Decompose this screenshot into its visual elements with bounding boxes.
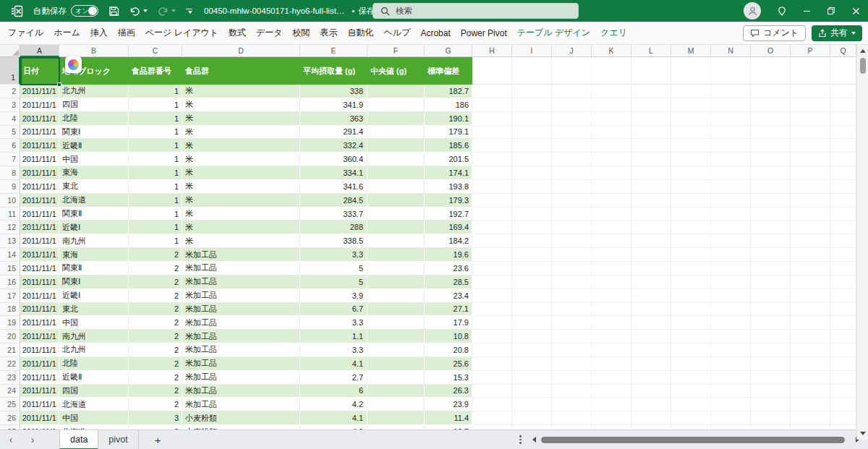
cell-P22[interactable] [791, 357, 830, 371]
cell-I23[interactable] [512, 371, 552, 385]
cell-C19[interactable]: 2 [129, 316, 182, 330]
cell-A11[interactable]: 2011/11/1 [20, 208, 59, 221]
cell-E11[interactable]: 333.7 [300, 208, 367, 221]
minimize-button[interactable] [794, 0, 819, 22]
cell-I18[interactable] [512, 303, 552, 317]
cell-E13[interactable]: 338.5 [300, 234, 367, 248]
cell-B7[interactable]: 中国 [59, 153, 129, 166]
cell-G5[interactable]: 179.1 [425, 126, 472, 140]
cell-N26[interactable] [711, 411, 751, 425]
cell-H2[interactable] [472, 85, 512, 98]
cell-I16[interactable] [512, 275, 552, 289]
cell-Q19[interactable] [830, 316, 856, 330]
cell-E16[interactable]: 5 [300, 275, 367, 289]
cell-G2[interactable]: 182.7 [425, 85, 472, 98]
cell-L12[interactable] [631, 221, 671, 234]
cell-D16[interactable]: 米加工品 [182, 275, 300, 289]
ribbon-tab-10[interactable]: ヘルプ [379, 22, 416, 45]
cell-I7[interactable] [512, 153, 552, 166]
cell-C13[interactable]: 1 [129, 234, 182, 248]
cell-D23[interactable]: 米加工品 [182, 371, 300, 385]
cell-C16[interactable]: 2 [129, 275, 182, 289]
cell-C25[interactable]: 2 [129, 398, 182, 411]
cell-B26[interactable]: 中国 [59, 411, 129, 425]
cell-H14[interactable] [472, 248, 512, 262]
cell-H20[interactable] [472, 330, 512, 343]
cell-M2[interactable] [671, 85, 711, 98]
cell-M15[interactable] [671, 262, 711, 275]
cell-P2[interactable] [791, 85, 830, 98]
cell-O17[interactable] [751, 289, 791, 303]
cell-I11[interactable] [512, 208, 552, 221]
cell-A19[interactable]: 2011/11/1 [20, 316, 59, 330]
row-header-20[interactable]: 20 [0, 330, 20, 343]
cell-A20[interactable]: 2011/11/1 [20, 330, 59, 343]
cell-L9[interactable] [631, 180, 671, 194]
cell-N23[interactable] [711, 371, 751, 385]
cell-F26[interactable] [367, 411, 425, 425]
document-title[interactable]: 00450-mhlw-00450171-hyo6-full-list… [204, 7, 344, 15]
cell-M5[interactable] [671, 126, 711, 140]
cell-F8[interactable] [367, 166, 425, 180]
cell-B15[interactable]: 関東Ⅱ [59, 262, 129, 275]
cell-Q10[interactable] [830, 194, 856, 208]
cell-H12[interactable] [472, 221, 512, 234]
cell-H21[interactable] [472, 343, 512, 357]
cell-Q7[interactable] [830, 153, 856, 166]
cell-F7[interactable] [367, 153, 425, 166]
cell-I8[interactable] [512, 166, 552, 180]
cell-L2[interactable] [631, 85, 671, 98]
cell-G20[interactable]: 10.8 [425, 330, 472, 343]
cell-L21[interactable] [631, 343, 671, 357]
cell-I14[interactable] [512, 248, 552, 262]
cell-I20[interactable] [512, 330, 552, 343]
cell-N16[interactable] [711, 275, 751, 289]
cell-M16[interactable] [671, 275, 711, 289]
cell-H9[interactable] [472, 180, 512, 194]
cell-P9[interactable] [791, 180, 830, 194]
cell-J23[interactable] [552, 371, 592, 385]
cell-L15[interactable] [631, 262, 671, 275]
cell-A9[interactable]: 2011/11/1 [20, 180, 59, 194]
cell-E10[interactable]: 284.5 [300, 194, 367, 208]
cell-B24[interactable]: 四国 [59, 385, 129, 398]
cell-Q5[interactable] [830, 126, 856, 140]
cell-A16[interactable]: 2011/11/1 [20, 275, 59, 289]
cell-L6[interactable] [631, 139, 671, 153]
cell-M6[interactable] [671, 139, 711, 153]
cell-B18[interactable]: 東北 [59, 303, 129, 317]
cell-M1[interactable] [671, 57, 711, 85]
select-all-corner[interactable] [0, 45, 20, 57]
cell-L22[interactable] [631, 357, 671, 371]
cell-Q24[interactable] [830, 385, 856, 398]
cell-B3[interactable]: 四国 [59, 98, 129, 112]
cell-F25[interactable] [367, 398, 425, 411]
row-header-26[interactable]: 26 [0, 411, 20, 425]
cell-F1[interactable]: 中央値 (g) [367, 57, 425, 85]
cell-E26[interactable]: 4.1 [300, 411, 367, 425]
cell-J19[interactable] [552, 316, 592, 330]
cell-J11[interactable] [552, 208, 592, 221]
cell-G21[interactable]: 20.8 [425, 343, 472, 357]
column-header-N[interactable]: N [711, 45, 751, 57]
cell-O22[interactable] [751, 357, 791, 371]
cell-M3[interactable] [671, 98, 711, 112]
cell-L17[interactable] [631, 289, 671, 303]
cell-E25[interactable]: 4.2 [300, 398, 367, 411]
cell-H22[interactable] [472, 357, 512, 371]
cell-L5[interactable] [631, 126, 671, 140]
cell-H25[interactable] [472, 398, 512, 411]
cell-N13[interactable] [711, 234, 751, 248]
cell-D5[interactable]: 米 [182, 126, 300, 140]
cell-N9[interactable] [711, 180, 751, 194]
cell-N12[interactable] [711, 221, 751, 234]
ribbon-tab-8[interactable]: 表示 [315, 22, 343, 45]
cell-A26[interactable]: 2011/11/1 [20, 411, 59, 425]
cell-G9[interactable]: 193.8 [425, 180, 472, 194]
cell-P20[interactable] [791, 330, 830, 343]
ribbon-tab-11[interactable]: Acrobat [415, 22, 455, 45]
row-header-9[interactable]: 9 [0, 180, 20, 194]
cell-H1[interactable] [472, 57, 512, 85]
cell-M11[interactable] [671, 208, 711, 221]
cell-P13[interactable] [791, 234, 830, 248]
